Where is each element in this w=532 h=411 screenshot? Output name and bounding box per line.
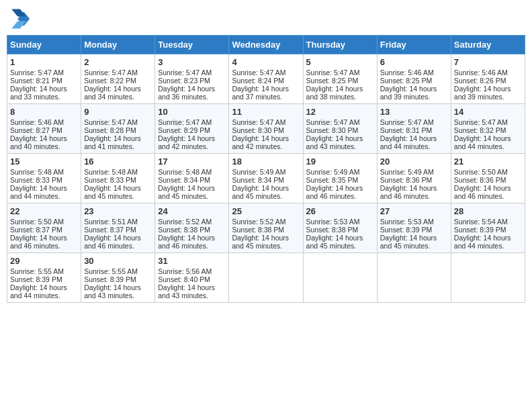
daylight: Daylight: 14 hours and 46 minutes. — [10, 234, 67, 250]
calendar-cell: 21Sunrise: 5:50 AMSunset: 8:36 PMDayligh… — [451, 154, 525, 203]
calendar-header-row: SundayMondayTuesdayWednesdayThursdayFrid… — [7, 36, 525, 54]
day-number: 8 — [10, 107, 78, 117]
sunrise: Sunrise: 5:47 AM — [232, 118, 285, 126]
sunset: Sunset: 8:36 PM — [454, 176, 506, 184]
daylight: Daylight: 14 hours and 33 minutes. — [10, 85, 67, 101]
sunset: Sunset: 8:38 PM — [232, 226, 284, 234]
day-number: 12 — [306, 107, 374, 117]
day-number: 4 — [232, 57, 300, 67]
calendar-table: SundayMondayTuesdayWednesdayThursdayFrid… — [7, 35, 525, 303]
daylight: Daylight: 14 hours and 44 minutes. — [10, 184, 67, 200]
daylight: Daylight: 14 hours and 45 minutes. — [232, 234, 289, 250]
daylight: Daylight: 14 hours and 37 minutes. — [232, 85, 289, 101]
daylight: Daylight: 14 hours and 46 minutes. — [380, 184, 437, 200]
calendar-cell: 31Sunrise: 5:56 AMSunset: 8:40 PMDayligh… — [155, 253, 229, 303]
calendar-cell: 17Sunrise: 5:48 AMSunset: 8:34 PMDayligh… — [155, 154, 229, 203]
sunset: Sunset: 8:25 PM — [306, 77, 359, 85]
page-header — [7, 7, 525, 31]
daylight: Daylight: 14 hours and 46 minutes. — [454, 184, 511, 200]
daylight: Daylight: 14 hours and 45 minutes. — [306, 234, 363, 250]
calendar-cell — [377, 253, 451, 303]
daylight: Daylight: 14 hours and 42 minutes. — [232, 134, 289, 150]
calendar-cell: 27Sunrise: 5:53 AMSunset: 8:39 PMDayligh… — [377, 203, 451, 253]
sunrise: Sunrise: 5:47 AM — [10, 68, 64, 77]
daylight: Daylight: 14 hours and 43 minutes. — [84, 283, 141, 300]
sunset: Sunset: 8:30 PM — [306, 126, 359, 134]
sunset: Sunset: 8:39 PM — [10, 275, 62, 283]
day-number: 29 — [10, 256, 78, 266]
day-number: 24 — [158, 206, 226, 216]
calendar-cell: 14Sunrise: 5:47 AMSunset: 8:32 PMDayligh… — [451, 104, 525, 154]
sunrise: Sunrise: 5:55 AM — [84, 267, 138, 275]
calendar-cell: 23Sunrise: 5:51 AMSunset: 8:37 PMDayligh… — [81, 203, 155, 253]
day-number: 7 — [454, 57, 522, 67]
daylight: Daylight: 14 hours and 44 minutes. — [454, 134, 511, 150]
header-friday: Friday — [377, 36, 451, 54]
sunrise: Sunrise: 5:56 AM — [158, 267, 212, 275]
logo-icon — [7, 7, 31, 31]
sunset: Sunset: 8:31 PM — [380, 126, 433, 134]
calendar-week-1: 8Sunrise: 5:46 AMSunset: 8:27 PMDaylight… — [7, 104, 525, 154]
day-number: 2 — [84, 57, 152, 67]
daylight: Daylight: 14 hours and 38 minutes. — [306, 85, 363, 101]
header-monday: Monday — [81, 36, 155, 54]
sunset: Sunset: 8:21 PM — [10, 77, 62, 85]
sunset: Sunset: 8:39 PM — [380, 226, 433, 234]
daylight: Daylight: 14 hours and 45 minutes. — [84, 184, 141, 200]
day-number: 6 — [380, 57, 448, 67]
daylight: Daylight: 14 hours and 44 minutes. — [454, 234, 511, 250]
calendar-cell: 10Sunrise: 5:47 AMSunset: 8:29 PMDayligh… — [155, 104, 229, 154]
day-number: 1 — [10, 57, 78, 67]
sunset: Sunset: 8:30 PM — [232, 126, 284, 134]
logo — [7, 7, 34, 31]
sunset: Sunset: 8:24 PM — [232, 77, 284, 85]
sunset: Sunset: 8:38 PM — [306, 226, 359, 234]
calendar-cell: 20Sunrise: 5:49 AMSunset: 8:36 PMDayligh… — [377, 154, 451, 203]
day-number: 28 — [454, 206, 522, 216]
daylight: Daylight: 14 hours and 46 minutes. — [158, 234, 215, 250]
calendar-week-2: 15Sunrise: 5:48 AMSunset: 8:33 PMDayligh… — [7, 154, 525, 203]
day-number: 5 — [306, 57, 374, 67]
day-number: 10 — [158, 107, 226, 117]
sunrise: Sunrise: 5:47 AM — [306, 68, 360, 77]
sunset: Sunset: 8:37 PM — [84, 226, 136, 234]
day-number: 22 — [10, 206, 78, 216]
sunset: Sunset: 8:26 PM — [454, 77, 506, 85]
sunrise: Sunrise: 5:46 AM — [454, 68, 508, 77]
calendar-cell: 12Sunrise: 5:47 AMSunset: 8:30 PMDayligh… — [303, 104, 377, 154]
header-tuesday: Tuesday — [155, 36, 229, 54]
sunrise: Sunrise: 5:50 AM — [10, 218, 64, 226]
calendar-week-4: 29Sunrise: 5:55 AMSunset: 8:39 PMDayligh… — [7, 253, 525, 303]
header-saturday: Saturday — [451, 36, 525, 54]
calendar-cell: 1Sunrise: 5:47 AMSunset: 8:21 PMDaylight… — [7, 54, 81, 104]
calendar-week-0: 1Sunrise: 5:47 AMSunset: 8:21 PMDaylight… — [7, 54, 525, 104]
daylight: Daylight: 14 hours and 36 minutes. — [158, 85, 215, 101]
calendar-cell: 11Sunrise: 5:47 AMSunset: 8:30 PMDayligh… — [229, 104, 303, 154]
day-number: 19 — [306, 156, 374, 167]
sunrise: Sunrise: 5:47 AM — [84, 118, 138, 126]
daylight: Daylight: 14 hours and 45 minutes. — [158, 184, 215, 200]
calendar-cell: 15Sunrise: 5:48 AMSunset: 8:33 PMDayligh… — [7, 154, 81, 203]
sunrise: Sunrise: 5:49 AM — [232, 168, 285, 176]
calendar-week-3: 22Sunrise: 5:50 AMSunset: 8:37 PMDayligh… — [7, 203, 525, 253]
day-number: 31 — [158, 256, 226, 266]
sunset: Sunset: 8:34 PM — [232, 176, 284, 184]
sunrise: Sunrise: 5:53 AM — [380, 218, 434, 226]
day-number: 3 — [158, 57, 226, 67]
header-thursday: Thursday — [303, 36, 377, 54]
header-sunday: Sunday — [7, 36, 81, 54]
daylight: Daylight: 14 hours and 43 minutes. — [306, 134, 363, 150]
sunset: Sunset: 8:27 PM — [10, 126, 62, 134]
calendar-cell: 18Sunrise: 5:49 AMSunset: 8:34 PMDayligh… — [229, 154, 303, 203]
day-number: 9 — [84, 107, 152, 117]
sunrise: Sunrise: 5:47 AM — [306, 118, 360, 126]
sunset: Sunset: 8:36 PM — [380, 176, 433, 184]
sunrise: Sunrise: 5:47 AM — [84, 68, 138, 77]
sunrise: Sunrise: 5:50 AM — [454, 168, 508, 176]
sunset: Sunset: 8:35 PM — [306, 176, 359, 184]
sunrise: Sunrise: 5:48 AM — [84, 168, 138, 176]
day-number: 30 — [84, 256, 152, 266]
sunrise: Sunrise: 5:55 AM — [10, 267, 64, 275]
sunset: Sunset: 8:23 PM — [158, 77, 210, 85]
day-number: 16 — [84, 156, 152, 167]
